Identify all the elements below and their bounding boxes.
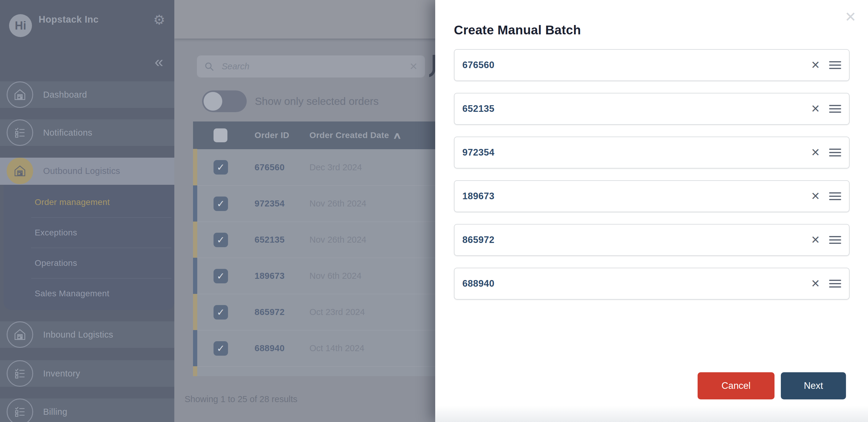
table-row[interactable]: ✓ 652135 Nov 26th 2024	[193, 222, 435, 258]
column-header-order-id[interactable]: Order ID	[254, 122, 289, 149]
search-box: ✕	[197, 55, 425, 78]
submenu-item-exceptions[interactable]: Exceptions	[31, 217, 171, 248]
remove-order-icon[interactable]: ✕	[806, 277, 825, 290]
sidebar: Hi Hopstack Inc ⚙ « Dashboard Notificati…	[0, 0, 174, 422]
table-row[interactable]: ✓ 189673 Nov 6th 2024	[193, 258, 435, 294]
show-selected-toggle[interactable]	[202, 90, 247, 112]
sort-ascending-icon[interactable]: ∧	[392, 130, 402, 141]
pagination-summary: Showing 1 to 25 of 28 results	[185, 394, 298, 404]
remove-order-icon[interactable]: ✕	[806, 102, 825, 115]
batch-order-value: 676560	[462, 60, 806, 70]
sidebar-item-label: Inbound Logistics	[43, 321, 114, 348]
sidebar-item-inventory[interactable]: Inventory	[0, 360, 174, 387]
order-date-cell: Nov 6th 2024	[309, 258, 362, 294]
row-status-strip	[193, 185, 197, 222]
sidebar-item-label: Dashboard	[43, 82, 87, 108]
table-row-partial	[193, 366, 435, 376]
main-content: ✕ Show only selected orders Order ID Ord…	[174, 0, 435, 422]
cancel-button[interactable]: Cancel	[698, 372, 775, 399]
order-id-cell: 972354	[254, 186, 285, 222]
order-id-cell: 676560	[254, 149, 285, 185]
sidebar-item-label: Notifications	[43, 119, 92, 146]
remove-order-icon[interactable]: ✕	[806, 59, 825, 71]
search-icon	[204, 62, 214, 72]
select-all-checkbox[interactable]	[214, 128, 227, 142]
sidebar-item-inbound-logistics[interactable]: Inbound Logistics	[0, 321, 174, 348]
warehouse-icon	[7, 321, 33, 348]
remove-order-icon[interactable]: ✕	[806, 190, 825, 202]
submenu-item-order-management[interactable]: Order management	[31, 187, 171, 217]
table-header-row: Order ID Order Created Date ∧	[193, 122, 435, 149]
order-date-cell: Nov 26th 2024	[309, 222, 367, 258]
row-checkbox[interactable]: ✓	[214, 233, 228, 247]
order-date-cell: Dec 3rd 2024	[309, 149, 362, 185]
batch-order-value: 652135	[462, 103, 806, 114]
sidebar-item-dashboard[interactable]: Dashboard	[0, 82, 174, 108]
order-date-cell: Oct 23rd 2024	[309, 294, 365, 330]
modal-bottom-fade	[435, 405, 868, 422]
drag-handle-icon[interactable]	[829, 105, 841, 113]
outbound-submenu: Order management Exceptions Operations S…	[4, 185, 174, 310]
batch-order-list: 676560 ✕ 652135 ✕ 972354 ✕ 189673 ✕ 8659…	[454, 49, 849, 312]
order-id-cell: 189673	[254, 258, 285, 294]
checklist-icon	[7, 398, 33, 422]
row-checkbox[interactable]: ✓	[214, 160, 228, 174]
sidebar-item-label: Billing	[43, 398, 67, 422]
sidebar-collapse-icon[interactable]: «	[148, 52, 169, 72]
orders-table: Order ID Order Created Date ∧ ✓ 676560 D…	[193, 122, 435, 376]
drag-handle-icon[interactable]	[829, 149, 841, 157]
table-row[interactable]: ✓ 676560 Dec 3rd 2024	[193, 149, 435, 185]
create-manual-batch-modal: ✕ Create Manual Batch 676560 ✕ 652135 ✕ …	[435, 0, 868, 422]
table-row[interactable]: ✓ 865972 Oct 23rd 2024	[193, 294, 435, 330]
order-date-cell: Oct 14th 2024	[309, 330, 364, 366]
order-id-cell: 865972	[254, 294, 285, 330]
table-row[interactable]: ✓ 972354 Nov 26th 2024	[193, 185, 435, 222]
sidebar-item-notifications[interactable]: Notifications	[0, 119, 174, 146]
checklist-icon	[7, 360, 33, 387]
batch-order-item[interactable]: 972354 ✕	[454, 136, 849, 168]
submenu-item-operations[interactable]: Operations	[31, 248, 171, 278]
remove-order-icon[interactable]: ✕	[806, 146, 825, 159]
submenu-item-sales-management[interactable]: Sales Management	[31, 278, 171, 309]
row-checkbox[interactable]: ✓	[214, 341, 228, 356]
batch-order-item[interactable]: 189673 ✕	[454, 180, 849, 212]
row-checkbox[interactable]: ✓	[214, 269, 228, 283]
warehouse-icon	[7, 158, 33, 184]
sidebar-item-label: Outbound Logistics	[43, 158, 120, 184]
sidebar-item-billing[interactable]: Billing	[0, 398, 174, 422]
toggle-label: Show only selected orders	[255, 90, 379, 112]
search-clear-icon[interactable]: ✕	[409, 61, 418, 72]
drag-handle-icon[interactable]	[829, 280, 841, 288]
batch-order-value: 972354	[462, 147, 806, 158]
drag-handle-icon[interactable]	[829, 61, 841, 69]
row-status-strip	[193, 258, 197, 294]
gear-icon[interactable]: ⚙	[150, 0, 168, 39]
row-status-strip	[193, 222, 197, 258]
sidebar-item-outbound-logistics[interactable]: Outbound Logistics	[0, 158, 174, 185]
checklist-icon	[7, 119, 33, 146]
batch-order-item[interactable]: 676560 ✕	[454, 49, 849, 81]
next-button[interactable]: Next	[781, 372, 846, 399]
table-row[interactable]: ✓ 688940 Oct 14th 2024	[193, 330, 435, 366]
batch-order-item[interactable]: 652135 ✕	[454, 93, 849, 125]
batch-order-value: 189673	[462, 191, 806, 202]
drag-handle-icon[interactable]	[829, 192, 841, 200]
row-status-strip	[193, 294, 197, 330]
column-header-order-created-date[interactable]: Order Created Date ∧	[309, 122, 401, 149]
batch-order-item[interactable]: 688940 ✕	[454, 268, 849, 300]
row-checkbox[interactable]: ✓	[214, 305, 228, 320]
batch-order-value: 688940	[462, 278, 806, 289]
app-root: Hi Hopstack Inc ⚙ « Dashboard Notificati…	[0, 0, 868, 422]
warehouse-icon	[7, 82, 33, 108]
filter-icon-partial[interactable]	[429, 54, 435, 78]
row-status-strip	[193, 366, 197, 376]
close-icon[interactable]: ✕	[841, 8, 860, 26]
search-input[interactable]	[221, 61, 409, 72]
batch-order-item[interactable]: 865972 ✕	[454, 224, 849, 256]
sidebar-item-label: Inventory	[43, 360, 80, 387]
drag-handle-icon[interactable]	[829, 236, 841, 244]
row-checkbox[interactable]: ✓	[214, 197, 228, 211]
logo-row: Hi Hopstack Inc ⚙	[0, 0, 174, 39]
remove-order-icon[interactable]: ✕	[806, 234, 825, 246]
page-header-bar	[174, 0, 435, 39]
